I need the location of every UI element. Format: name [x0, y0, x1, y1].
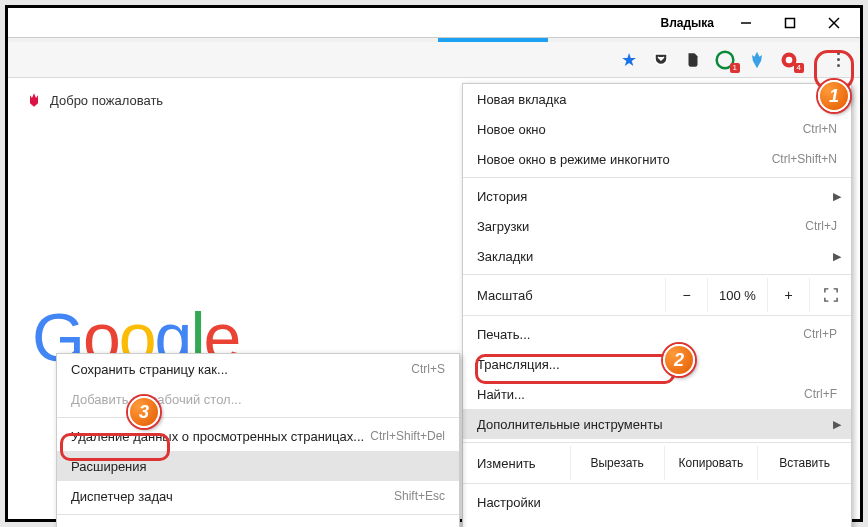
extension-red-icon[interactable]	[778, 49, 800, 71]
pocket-icon[interactable]	[650, 49, 672, 71]
svg-rect-1	[786, 18, 795, 27]
chevron-right-icon: ▶	[833, 250, 841, 263]
menu-separator	[57, 514, 459, 515]
submenu-clear-data[interactable]: Удаление данных о просмотренных страница…	[57, 421, 459, 451]
submenu-save-page[interactable]: Сохранить страницу как...Ctrl+S	[57, 354, 459, 384]
zoom-in-button[interactable]: +	[767, 278, 809, 312]
menu-separator	[463, 177, 851, 178]
menu-more-tools[interactable]: Дополнительные инструменты▶	[463, 409, 851, 439]
menu-cast[interactable]: Трансляция...	[463, 349, 851, 379]
svg-point-4	[717, 51, 734, 68]
menu-new-window[interactable]: Новое окноCtrl+N	[463, 114, 851, 144]
close-button[interactable]	[812, 9, 856, 37]
edit-cut-button[interactable]: Вырезать	[570, 446, 664, 480]
main-menu: Новая вкладка Новое окноCtrl+N Новое окн…	[462, 83, 852, 527]
more-tools-submenu: Сохранить страницу как...Ctrl+S Добавить…	[56, 353, 460, 527]
extension-green-icon[interactable]	[714, 49, 736, 71]
menu-new-tab[interactable]: Новая вкладка	[463, 84, 851, 114]
bookmark-star-icon[interactable]: ★	[618, 49, 640, 71]
svg-point-6	[786, 56, 793, 63]
user-name: Владыка	[660, 16, 714, 30]
edit-copy-button[interactable]: Копировать	[664, 446, 758, 480]
menu-separator	[463, 274, 851, 275]
menu-settings[interactable]: Настройки	[463, 487, 851, 517]
submenu-extensions[interactable]: Расширения	[57, 451, 459, 481]
maximize-button[interactable]	[768, 9, 812, 37]
menu-button[interactable]	[826, 48, 850, 72]
bookmark-item-icon	[26, 92, 42, 108]
menu-separator	[463, 483, 851, 484]
zoom-value: 100 %	[707, 278, 767, 312]
edit-paste-button[interactable]: Вставить	[757, 446, 851, 480]
menu-incognito[interactable]: Новое окно в режиме инкогнитоCtrl+Shift+…	[463, 144, 851, 174]
submenu-task-manager[interactable]: Диспетчер задачShift+Esc	[57, 481, 459, 511]
menu-zoom: Масштаб − 100 % +	[463, 278, 851, 312]
menu-separator	[57, 417, 459, 418]
menu-bookmarks[interactable]: Закладки▶	[463, 241, 851, 271]
toolbar: ★	[8, 42, 860, 78]
menu-downloads[interactable]: ЗагрузкиCtrl+J	[463, 211, 851, 241]
menu-print[interactable]: Печать...Ctrl+P	[463, 319, 851, 349]
fullscreen-button[interactable]	[809, 278, 851, 312]
chevron-right-icon: ▶	[833, 418, 841, 431]
minimize-button[interactable]	[724, 9, 768, 37]
menu-find[interactable]: Найти...Ctrl+F	[463, 379, 851, 409]
zoom-out-button[interactable]: −	[665, 278, 707, 312]
submenu-add-desktop: Добавить на рабочий стол...	[57, 384, 459, 414]
menu-separator	[463, 315, 851, 316]
menu-separator	[463, 442, 851, 443]
menu-history[interactable]: История▶	[463, 181, 851, 211]
title-bar: Владыка	[8, 8, 860, 38]
menu-edit-row: Изменить Вырезать Копировать Вставить	[463, 446, 851, 480]
submenu-dev-tools[interactable]: Инструменты разработчикаCtrl+Shift+I	[57, 518, 459, 527]
evernote-icon[interactable]	[682, 49, 704, 71]
chevron-right-icon: ▶	[833, 190, 841, 203]
bookmark-item-label: Добро пожаловать	[50, 93, 163, 108]
extension-blue-icon[interactable]	[746, 49, 768, 71]
menu-help[interactable]: Справка▶	[463, 517, 851, 527]
